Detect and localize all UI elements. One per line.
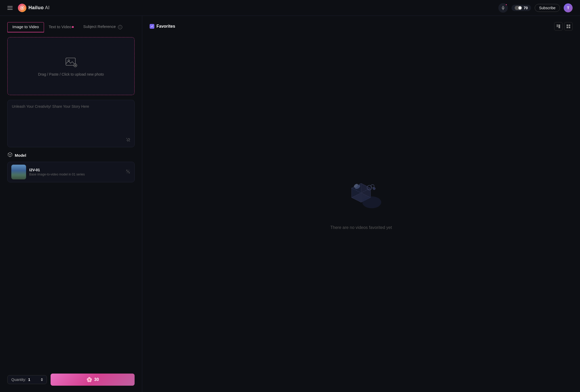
generate-cost: 30 [94,377,99,382]
tab-subject-reference[interactable]: Subject Reference i [78,22,127,32]
main-content: Image to Video Text to Video Subject Ref… [0,16,580,392]
svg-point-1 [21,7,23,9]
upload-instruction: Drag / Paste / Click to upload new photo [38,72,104,76]
model-settings-icon[interactable] [125,169,131,175]
coins-toggle[interactable]: 70 [512,5,531,11]
svg-rect-21 [569,27,570,28]
svg-rect-15 [557,26,558,26]
wand-icon[interactable] [126,138,131,143]
favorites-label: Favorites [156,24,175,29]
favorites-title: ✓ Favorites [150,24,175,29]
header: Hailuo AI 70 Subscribe T [0,0,580,16]
model-description: Base image-to-video model in 01 series [29,173,85,176]
model-name: I2V-01 [29,168,85,172]
empty-state-text: There are no videos favorited yet [330,225,392,230]
upload-area[interactable]: Drag / Paste / Click to upload new photo [7,37,135,95]
model-card[interactable]: I2V-01 Base image-to-video model in 01 s… [7,162,135,182]
logo-name: Hailuo [28,5,44,10]
model-info: I2V-01 Base image-to-video model in 01 s… [29,168,85,176]
mic-button[interactable] [498,3,508,13]
list-view-button[interactable] [564,22,573,31]
favorites-checkbox: ✓ [150,24,154,29]
quantity-label: Quantity: [11,378,26,382]
bottom-controls: Quantity: 1 🌸 30 [7,374,135,386]
model-icon [7,152,13,159]
quantity-value: 1 [28,378,30,382]
grid-view-button[interactable] [554,22,563,31]
quantity-down-arrow[interactable] [41,380,43,381]
svg-rect-18 [567,24,568,26]
model-section-label: Model [15,153,26,158]
svg-rect-16 [557,26,558,27]
hamburger-menu[interactable] [7,6,13,10]
user-avatar[interactable]: T [564,3,573,12]
model-card-left: I2V-01 Base image-to-video model in 01 s… [11,165,85,179]
subscribe-button[interactable]: Subscribe [535,4,560,12]
header-left: Hailuo AI [7,4,50,12]
logo-text: Hailuo AI [28,5,50,11]
mic-notification-dot [505,4,507,6]
quantity-stepper[interactable] [41,378,43,381]
tabs: Image to Video Text to Video Subject Ref… [7,22,135,32]
empty-state: There are no videos favorited yet [150,37,573,386]
logo: Hailuo AI [18,4,50,12]
upload-image-icon [65,56,77,68]
svg-rect-14 [557,24,558,25]
logo-icon [18,4,26,12]
empty-illustration [337,172,385,219]
quantity-up-arrow[interactable] [41,378,43,379]
tab-text-to-video[interactable]: Text to Video [44,22,78,32]
tab-image-to-video-label: Image to Video [12,24,39,29]
svg-rect-5 [66,58,75,65]
prompt-area [7,100,135,147]
info-icon[interactable]: i [118,25,122,29]
svg-rect-19 [569,24,570,26]
right-header: ✓ Favorites [150,22,573,31]
svg-rect-20 [567,27,568,28]
left-panel: Image to Video Text to Video Subject Ref… [0,16,142,392]
generate-button[interactable]: 🌸 30 [51,374,135,386]
logo-ai: AI [44,5,50,10]
tab-text-to-video-label: Text to Video [49,24,71,29]
coin-icon: 🌸 [86,377,92,383]
toggle-pill [515,6,522,10]
svg-rect-2 [503,6,504,8]
svg-point-11 [127,171,129,172]
header-right: 70 Subscribe T [498,3,573,13]
new-feature-dot [72,26,74,28]
model-section: Model I2V-01 Base image-to-video model i… [7,152,135,182]
svg-point-34 [373,187,375,190]
svg-rect-17 [559,24,560,28]
right-panel: ✓ Favorites [142,16,580,392]
coins-count: 70 [524,6,528,10]
svg-point-35 [362,197,381,208]
view-toggles [554,22,573,31]
prompt-input[interactable] [12,104,130,141]
model-thumbnail [11,165,26,179]
quantity-selector: Quantity: 1 [7,375,47,384]
tab-subject-reference-label: Subject Reference [83,24,116,29]
tab-image-to-video[interactable]: Image to Video [7,22,44,32]
model-thumbnail-image [11,165,26,179]
model-label: Model [7,152,135,159]
